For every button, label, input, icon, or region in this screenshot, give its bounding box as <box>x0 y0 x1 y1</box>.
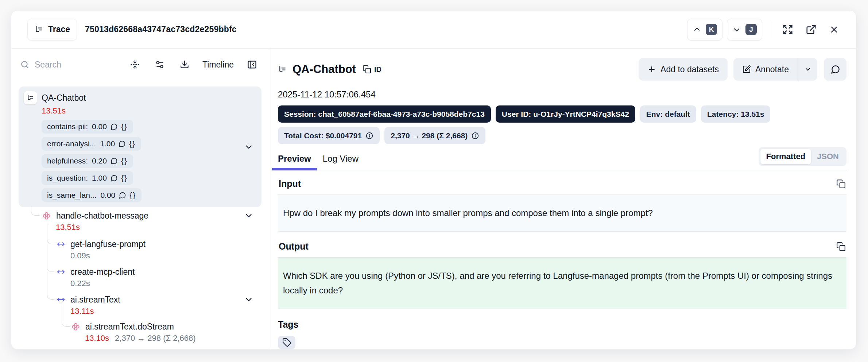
score-metadata-braces: {} <box>121 122 128 131</box>
trace-timestamp: 2025-11-12 10:57:06.454 <box>278 89 846 100</box>
span-latency: 13.10s <box>85 334 109 343</box>
tree-node-ai-streamtext[interactable]: ai.streamText 13.11s <box>19 293 261 317</box>
topbar-divider <box>771 21 771 38</box>
expand-icon <box>782 24 793 35</box>
span-name: ai.streamText.doStream <box>85 322 174 332</box>
score-chip-helpfulness[interactable]: helpfulness: 0.20 {} <box>42 154 133 168</box>
comment-bubble-icon <box>830 65 840 74</box>
tree-node-ai-streamtext-dostream[interactable]: ai.streamText.doStream 13.10s 2,370 → 29… <box>19 320 261 344</box>
expand-fullscreen-button[interactable] <box>780 22 795 37</box>
add-to-datasets-label: Add to datasets <box>660 65 719 74</box>
timeline-toggle[interactable]: Timeline <box>202 60 234 70</box>
info-icon[interactable] <box>471 132 479 140</box>
trace-tree: QA-Chatbot 13.51s contains-pii: 0.00 {} … <box>11 81 269 349</box>
score-value: 0.20 <box>92 157 107 165</box>
close-button[interactable] <box>827 22 841 37</box>
session-badge[interactable]: Session: chat_60587aef-6baa-4973-a73c-b9… <box>278 105 491 123</box>
sidebar-header: Timeline <box>11 49 269 81</box>
chevron-up-icon <box>693 25 701 34</box>
score-chip-error-analysis[interactable]: error-analysi... 1.00 {} <box>42 137 141 151</box>
add-to-datasets-button[interactable]: Add to datasets <box>639 58 728 81</box>
score-value: 0.00 <box>92 122 107 131</box>
download-icon <box>180 60 189 69</box>
prev-trace-button[interactable]: K <box>687 19 722 41</box>
input-section-header: Input <box>278 170 846 195</box>
span-token-usage: 2,370 → 298 (Σ 2,668) <box>115 334 196 343</box>
comment-bubble-icon <box>118 140 126 148</box>
output-content: Which SDK are you using (Python or JS/TS… <box>278 257 846 309</box>
open-external-button[interactable] <box>803 22 819 37</box>
span-name: handle-chatbot-message <box>56 211 148 221</box>
collapse-trace-chevron[interactable] <box>244 142 253 152</box>
env-badge: Env: default <box>640 105 696 123</box>
tree-node-handle-chatbot-message[interactable]: handle-chatbot-message 13.51s <box>19 209 261 233</box>
tab-preview[interactable]: Preview <box>272 154 317 170</box>
list-tree-icon <box>278 65 287 74</box>
format-option-json[interactable]: JSON <box>811 149 845 164</box>
score-name: helpfulness: <box>47 157 88 165</box>
search-input[interactable] <box>35 60 115 70</box>
span-latency: 13.51s <box>56 223 80 232</box>
info-icon[interactable] <box>365 132 373 140</box>
page-title: QA-Chatbot <box>292 63 356 76</box>
span-arrows-icon <box>57 240 65 249</box>
collapse-all-button[interactable] <box>128 58 142 72</box>
total-cost-value: Total Cost: $0.004791 <box>284 131 362 140</box>
latency-badge: Latency: 13.51s <box>701 105 770 123</box>
output-heading: Output <box>279 241 309 252</box>
trace-detail-window: Trace 75013d62668a43747ac73cd2e259bbfc K… <box>11 10 856 350</box>
next-trace-button[interactable]: J <box>727 19 762 41</box>
output-section-header: Output <box>278 232 846 257</box>
score-chip-is-question[interactable]: is_question: 1.00 {} <box>42 171 133 185</box>
download-button[interactable] <box>178 58 191 72</box>
score-chip-contains-pii[interactable]: contains-pii: 0.00 {} <box>42 120 133 134</box>
trace-node-name: QA-Chatbot <box>42 93 86 103</box>
comments-button[interactable] <box>824 58 846 81</box>
copy-id-button[interactable]: ID <box>363 65 381 74</box>
score-chip-is-same-language[interactable]: is_same_lan... 0.00 {} <box>42 188 142 202</box>
tree-node-get-langfuse-prompt[interactable]: get-langfuse-prompt 0.09s <box>19 238 261 261</box>
user-id-badge[interactable]: User ID: u-O1rJy-YrtNCP4i7q3kS42 <box>496 105 635 123</box>
id-label: ID <box>374 65 381 74</box>
trace-node-icon-chip <box>24 91 37 104</box>
settings-sliders-icon <box>155 60 164 69</box>
span-name: ai.streamText <box>70 295 120 305</box>
span-arrows-icon <box>57 267 65 276</box>
input-heading: Input <box>279 178 301 189</box>
list-tree-icon <box>27 94 34 102</box>
tab-log-view[interactable]: Log View <box>317 154 364 170</box>
tags-heading: Tags <box>278 319 846 330</box>
comment-bubble-icon <box>110 157 118 165</box>
badge-row-secondary: Total Cost: $0.004791 2,370 → 298 (Σ 2,6… <box>278 127 846 144</box>
collapse-span-chevron[interactable] <box>244 211 253 220</box>
annotate-dropdown-button[interactable] <box>798 58 817 81</box>
keyboard-shortcut-j: J <box>745 24 757 35</box>
copy-output-button[interactable] <box>836 242 846 251</box>
input-content: Hpw do I break my prompts down into smal… <box>278 195 846 232</box>
generation-icon <box>71 322 80 331</box>
copy-input-button[interactable] <box>836 179 846 189</box>
span-latency: 0.09s <box>70 251 90 261</box>
search-icon <box>20 60 30 69</box>
format-option-formatted[interactable]: Formatted <box>760 149 811 164</box>
collapse-span-chevron[interactable] <box>244 295 253 304</box>
score-metadata-braces: {} <box>121 157 128 165</box>
copy-icon <box>363 65 371 74</box>
main-actions: Add to datasets Annotate <box>639 58 846 81</box>
trace-type-badge: Trace <box>27 19 77 41</box>
view-settings-button[interactable] <box>153 58 167 72</box>
topbar: Trace 75013d62668a43747ac73cd2e259bbfc K… <box>11 11 856 49</box>
collapse-panel-button[interactable] <box>245 57 259 72</box>
score-value: 1.00 <box>100 139 115 148</box>
token-usage-badge: 2,370 → 298 (Σ 2,668) <box>384 127 485 144</box>
comment-bubble-icon <box>110 123 118 131</box>
add-tag-button[interactable] <box>278 336 295 349</box>
tree-node-create-mcp-client[interactable]: create-mcp-client 0.22s <box>19 266 261 289</box>
span-arrows-icon <box>57 295 65 304</box>
tree-node-trace[interactable]: QA-Chatbot 13.51s contains-pii: 0.00 {} … <box>19 86 261 207</box>
fold-vertical-icon <box>130 60 140 69</box>
comment-bubble-icon <box>119 192 126 199</box>
edit-pen-icon <box>742 65 751 74</box>
annotate-button[interactable]: Annotate <box>733 58 798 81</box>
total-cost-badge: Total Cost: $0.004791 <box>278 127 380 144</box>
